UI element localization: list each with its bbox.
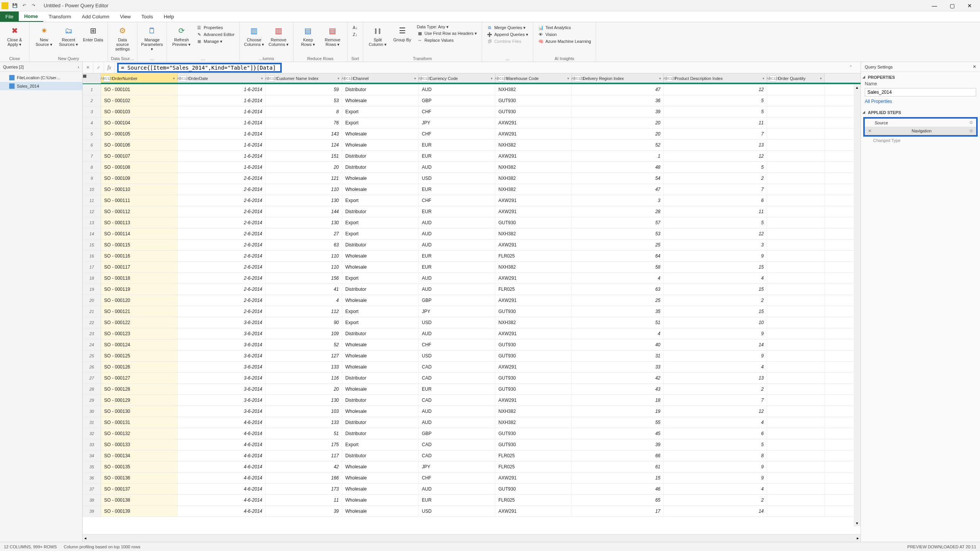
tab-view[interactable]: View: [114, 11, 136, 22]
cell[interactable]: 25: [572, 240, 664, 250]
cell[interactable]: [767, 406, 825, 417]
cell[interactable]: SO - 000110: [101, 184, 178, 195]
cell[interactable]: [767, 439, 825, 450]
cell[interactable]: 109: [266, 328, 342, 339]
cell[interactable]: 25: [572, 295, 664, 306]
row-number[interactable]: 24: [83, 339, 101, 350]
close-apply-button[interactable]: ✖Close & Apply ▾: [2, 24, 27, 48]
tab-home[interactable]: Home: [19, 11, 43, 22]
cell[interactable]: GUT930: [495, 484, 572, 494]
cell[interactable]: CAD: [419, 373, 495, 383]
cell[interactable]: [767, 106, 825, 117]
advanced-editor-button[interactable]: ✎Advanced Editor: [196, 31, 235, 37]
cell[interactable]: 54: [572, 173, 664, 184]
cell[interactable]: 4: [572, 328, 664, 339]
cell[interactable]: Wholesale: [342, 461, 419, 472]
cell[interactable]: FLR025: [495, 461, 572, 472]
cell[interactable]: 47: [572, 184, 664, 195]
cell[interactable]: SO - 000121: [101, 306, 178, 317]
table-row[interactable]: 9SO - 0001092-6-2014121WholesaleUSDNXH38…: [83, 173, 861, 184]
tab-help[interactable]: Help: [158, 11, 180, 22]
cell[interactable]: 166: [266, 473, 342, 483]
cell[interactable]: 90: [266, 317, 342, 328]
cell[interactable]: 5: [664, 217, 767, 228]
cell[interactable]: 9: [664, 461, 767, 472]
cell[interactable]: 64: [572, 251, 664, 261]
cell[interactable]: USD: [419, 317, 495, 328]
tab-transform[interactable]: Transform: [43, 11, 77, 22]
cell[interactable]: 7: [664, 129, 767, 139]
cell[interactable]: NXH382: [495, 406, 572, 417]
row-number[interactable]: 28: [83, 384, 101, 395]
row-number[interactable]: 9: [83, 173, 101, 184]
cell[interactable]: AXW291: [495, 195, 572, 206]
table-row[interactable]: 20SO - 0001202-6-20144WholesaleGBPAXW291…: [83, 295, 861, 306]
cell[interactable]: 11: [664, 206, 767, 217]
cell[interactable]: [767, 173, 825, 184]
cell[interactable]: Wholesale: [342, 339, 419, 350]
cell[interactable]: SO - 000126: [101, 362, 178, 372]
cell[interactable]: Distributor: [342, 428, 419, 439]
table-row[interactable]: 30SO - 0001303-6-2014103WholesaleAUDNXH3…: [83, 406, 861, 417]
cell[interactable]: 9: [664, 350, 767, 361]
cell[interactable]: FLR025: [495, 284, 572, 295]
cell[interactable]: 12: [664, 151, 767, 161]
cell[interactable]: [767, 339, 825, 350]
cell[interactable]: SO - 000104: [101, 117, 178, 128]
table-row[interactable]: 5SO - 0001051-6-2014143WholesaleCHFAXW29…: [83, 129, 861, 140]
cell[interactable]: CHF: [419, 129, 495, 139]
cell[interactable]: SO - 000124: [101, 339, 178, 350]
row-number[interactable]: 4: [83, 117, 101, 128]
cell[interactable]: 3-6-2014: [178, 350, 266, 361]
table-row[interactable]: 34SO - 0001344-6-2014117DistributorCADFL…: [83, 450, 861, 461]
row-number[interactable]: 29: [83, 395, 101, 406]
remove-columns-button[interactable]: ▥Remove Columns ▾: [266, 24, 291, 48]
cell[interactable]: [767, 373, 825, 383]
cell[interactable]: GUT930: [495, 106, 572, 117]
cell[interactable]: 40: [572, 339, 664, 350]
cell[interactable]: 3-6-2014: [178, 362, 266, 372]
cell[interactable]: 19: [572, 406, 664, 417]
cell[interactable]: 39: [266, 506, 342, 517]
cell[interactable]: [767, 484, 825, 494]
cell[interactable]: 43: [572, 384, 664, 395]
cell[interactable]: AXW291: [495, 473, 572, 483]
cell[interactable]: SO - 000119: [101, 284, 178, 295]
cell[interactable]: 39: [572, 106, 664, 117]
save-icon[interactable]: 💾: [11, 2, 18, 9]
commit-formula-icon[interactable]: ✓: [93, 62, 104, 73]
cell[interactable]: 4-6-2014: [178, 484, 266, 494]
query-name-input[interactable]: [865, 88, 976, 96]
table-row[interactable]: 6SO - 0001061-6-2014124WholesaleEURNXH38…: [83, 140, 861, 151]
cell[interactable]: SO - 000139: [101, 506, 178, 517]
table-row[interactable]: 13SO - 0001132-6-2014130ExportAUDGUT9305…: [83, 217, 861, 228]
cell[interactable]: 2: [664, 295, 767, 306]
column-header[interactable]: ABC123Currency Code▾: [419, 73, 495, 83]
gear-icon[interactable]: ⚙: [969, 120, 973, 125]
cell[interactable]: 13: [664, 373, 767, 383]
cell[interactable]: GBP: [419, 428, 495, 439]
cell[interactable]: EUR: [419, 140, 495, 150]
cell[interactable]: 2-6-2014: [178, 240, 266, 250]
cell[interactable]: 11: [664, 117, 767, 128]
cell[interactable]: GUT930: [495, 373, 572, 383]
cell[interactable]: 1-6-2014: [178, 140, 266, 150]
cell[interactable]: 66: [572, 450, 664, 461]
maximize-button[interactable]: ▢: [943, 0, 961, 11]
cell[interactable]: 9: [664, 473, 767, 483]
cell[interactable]: SO - 000132: [101, 428, 178, 439]
cell[interactable]: 110: [266, 251, 342, 261]
table-row[interactable]: 16SO - 0001162-6-2014110WholesaleEURFLR0…: [83, 251, 861, 262]
row-number[interactable]: 32: [83, 428, 101, 439]
cell[interactable]: 4-6-2014: [178, 439, 266, 450]
cell[interactable]: Export: [342, 117, 419, 128]
cell[interactable]: 76: [266, 117, 342, 128]
table-row[interactable]: 24SO - 0001243-6-201452WholesaleCHFGUT93…: [83, 339, 861, 350]
sort-asc-button[interactable]: A↓: [352, 24, 358, 31]
table-row[interactable]: 15SO - 0001152-6-201463DistributorAUDAXW…: [83, 240, 861, 251]
cell[interactable]: SO - 000138: [101, 495, 178, 505]
table-row[interactable]: 19SO - 0001192-6-201441DistributorAUDFLR…: [83, 284, 861, 295]
cell[interactable]: 63: [572, 284, 664, 295]
cell[interactable]: SO - 000129: [101, 395, 178, 406]
cell[interactable]: 2-6-2014: [178, 228, 266, 239]
